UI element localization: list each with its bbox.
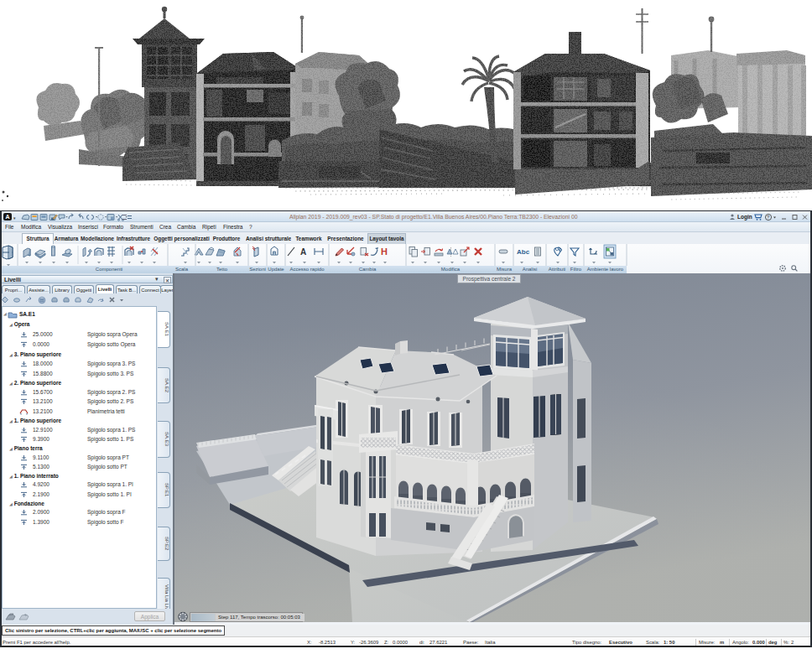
svg-text:Abc: Abc: [517, 248, 530, 256]
svg-text:Login: Login: [737, 214, 752, 221]
svg-text:A: A: [300, 247, 306, 257]
svg-text:?: ?: [767, 215, 770, 220]
svg-text:H: H: [381, 247, 388, 257]
